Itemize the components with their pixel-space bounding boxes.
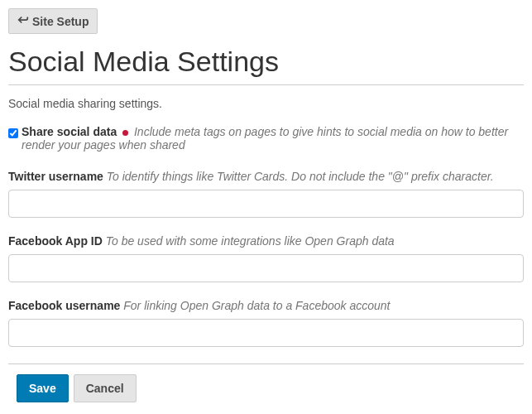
share-social-label: Share social data: [22, 125, 117, 138]
facebook-username-label-row: Facebook username For linking Open Graph…: [8, 299, 524, 312]
facebook-app-id-input[interactable]: [8, 254, 524, 282]
site-setup-button[interactable]: Site Setup: [8, 8, 98, 34]
share-social-checkbox[interactable]: [8, 128, 18, 138]
save-button[interactable]: Save: [17, 374, 69, 402]
facebook-app-id-label: Facebook App ID: [8, 234, 103, 248]
twitter-username-label-row: Twitter username To identify things like…: [8, 170, 524, 183]
facebook-username-label: Facebook username: [8, 299, 120, 312]
twitter-username-help: To identify things like Twitter Cards. D…: [107, 170, 494, 183]
share-social-field: Share social data Include meta tags on p…: [8, 125, 524, 152]
twitter-username-input[interactable]: [8, 190, 524, 218]
page-description: Social media sharing settings.: [8, 97, 524, 110]
facebook-username-help: For linking Open Graph data to a Faceboo…: [123, 299, 390, 312]
facebook-app-id-help: To be used with some integrations like O…: [106, 234, 395, 248]
facebook-username-input[interactable]: [8, 319, 524, 347]
page-title: Social Media Settings: [8, 46, 524, 78]
return-arrow-icon: [17, 14, 29, 28]
twitter-username-field: Twitter username To identify things like…: [8, 170, 524, 218]
facebook-app-id-label-row: Facebook App ID To be used with some int…: [8, 234, 524, 248]
form-actions: Save Cancel: [17, 374, 524, 402]
form-divider: [8, 363, 524, 364]
site-setup-label: Site Setup: [32, 15, 89, 28]
twitter-username-label: Twitter username: [8, 170, 103, 183]
facebook-username-field: Facebook username For linking Open Graph…: [8, 299, 524, 347]
cancel-button[interactable]: Cancel: [74, 374, 137, 402]
facebook-app-id-field: Facebook App ID To be used with some int…: [8, 234, 524, 282]
required-indicator-icon: [122, 130, 128, 136]
title-divider: [8, 84, 524, 85]
